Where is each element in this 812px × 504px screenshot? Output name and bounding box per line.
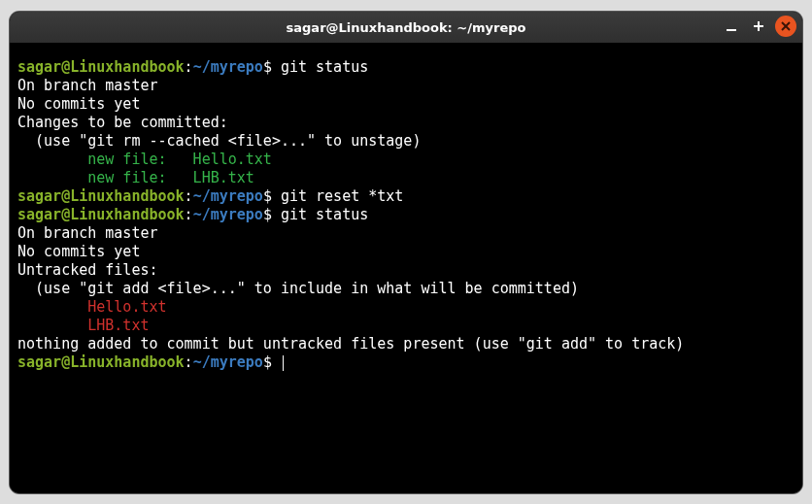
prompt-user: sagar@Linuxhandbook — [17, 206, 185, 223]
cursor — [283, 355, 284, 371]
output-line: No commits yet — [17, 243, 795, 261]
close-icon — [780, 20, 792, 32]
minimize-icon — [726, 20, 737, 32]
prompt-symbol: $ — [263, 206, 272, 223]
prompt-sep: : — [185, 206, 193, 223]
terminal-window: sagar@Linuxhandbook: ~/myrepo sagar@Linu… — [10, 12, 802, 493]
prompt-user: sagar@Linuxhandbook — [17, 353, 185, 371]
command-text: git status — [272, 206, 368, 223]
prompt-user: sagar@Linuxhandbook — [17, 187, 185, 205]
output-line: nothing added to commit but untracked fi… — [17, 335, 795, 353]
command-text — [272, 353, 281, 371]
prompt-line: sagar@Linuxhandbook:~/myrepo$ — [17, 353, 795, 372]
prompt-line: sagar@Linuxhandbook:~/myrepo$ git status — [17, 206, 795, 224]
close-button[interactable] — [775, 16, 796, 37]
command-text: git status — [272, 58, 368, 76]
untracked-file-line: Hello.txt — [17, 298, 795, 317]
output-line: (use "git add <file>..." to include in w… — [17, 280, 795, 298]
window-controls — [721, 16, 796, 37]
maximize-icon — [753, 20, 764, 32]
staged-file-line: new file: LHB.txt — [17, 169, 795, 187]
prompt-line: sagar@Linuxhandbook:~/myrepo$ git status — [17, 58, 795, 77]
prompt-symbol: $ — [263, 58, 272, 76]
output-line: On branch master — [17, 224, 795, 243]
titlebar[interactable]: sagar@Linuxhandbook: ~/myrepo — [10, 12, 802, 43]
prompt-symbol: $ — [263, 353, 272, 371]
prompt-path: ~/myrepo — [193, 206, 263, 223]
command-text: git reset *txt — [272, 187, 403, 205]
output-line: Untracked files: — [17, 261, 795, 280]
prompt-line: sagar@Linuxhandbook:~/myrepo$ git reset … — [17, 187, 795, 206]
output-line: On branch master — [17, 77, 795, 95]
output-line: No commits yet — [17, 95, 795, 114]
output-line: (use "git rm --cached <file>..." to unst… — [17, 132, 795, 151]
prompt-path: ~/myrepo — [193, 353, 263, 371]
minimize-button[interactable] — [721, 16, 742, 37]
staged-file-line: new file: Hello.txt — [17, 151, 795, 169]
prompt-symbol: $ — [263, 187, 272, 205]
window-title: sagar@Linuxhandbook: ~/myrepo — [287, 20, 526, 35]
untracked-file-line: LHB.txt — [17, 317, 795, 335]
prompt-user: sagar@Linuxhandbook — [17, 58, 185, 76]
svg-rect-0 — [727, 29, 736, 31]
maximize-button[interactable] — [748, 16, 769, 37]
prompt-sep: : — [185, 353, 193, 371]
prompt-path: ~/myrepo — [193, 58, 263, 76]
terminal-body[interactable]: sagar@Linuxhandbook:~/myrepo$ git status… — [10, 43, 802, 493]
output-line: Changes to be committed: — [17, 114, 795, 132]
prompt-path: ~/myrepo — [193, 187, 263, 205]
prompt-sep: : — [185, 187, 193, 205]
prompt-sep: : — [185, 58, 193, 76]
